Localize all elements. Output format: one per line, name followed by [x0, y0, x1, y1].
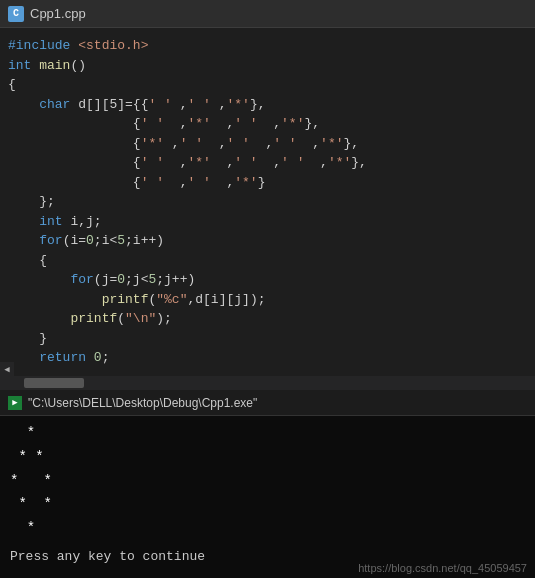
h-scrollbar-thumb[interactable] — [24, 378, 84, 388]
console-title-bar: ▶ "C:\Users\DELL\Desktop\Debug\Cpp1.exe" — [0, 390, 535, 416]
scroll-corner — [0, 376, 14, 390]
editor-title-bar: C Cpp1.cpp — [0, 0, 535, 28]
console-container: ▶ "C:\Users\DELL\Desktop\Debug\Cpp1.exe"… — [0, 390, 535, 578]
scroll-left-button[interactable]: ◀ — [0, 362, 14, 376]
editor-filename: Cpp1.cpp — [30, 6, 86, 21]
editor-container: C Cpp1.cpp #include <stdio.h> int main()… — [0, 0, 535, 390]
watermark-url: https://blog.csdn.net/qq_45059457 — [358, 562, 527, 574]
console-title-text: "C:\Users\DELL\Desktop\Debug\Cpp1.exe" — [28, 396, 257, 410]
console-output: * * * * * * * * — [0, 416, 535, 547]
code-area: #include <stdio.h> int main() { char d[]… — [0, 28, 535, 390]
code-content: #include <stdio.h> int main() { char d[]… — [0, 28, 535, 390]
console-icon: ▶ — [8, 396, 22, 410]
horizontal-scrollbar[interactable] — [14, 376, 535, 390]
file-icon: C — [8, 6, 24, 22]
